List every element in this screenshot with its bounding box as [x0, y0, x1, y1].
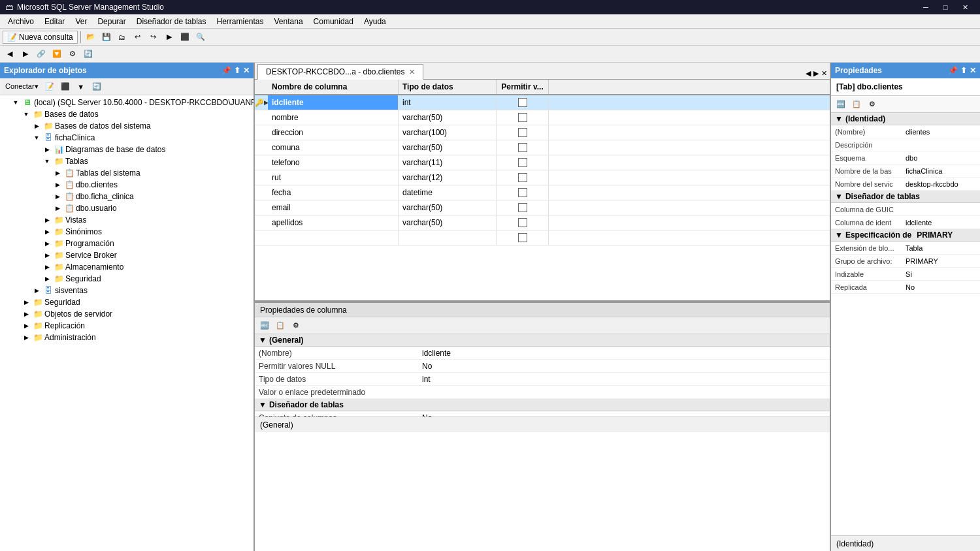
- menu-disenador[interactable]: Diseñador de tablas: [131, 16, 212, 27]
- close-explorer-icon[interactable]: ✕: [243, 66, 250, 75]
- tab-close-button[interactable]: ✕: [409, 68, 415, 76]
- table-designer-tab[interactable]: DESKTOP-RKCCBDO...a - dbo.clientes ✕: [257, 64, 423, 80]
- checkbox-nombre[interactable]: [518, 113, 527, 122]
- properties-button[interactable]: ⚙: [65, 47, 80, 61]
- grid-row-comuna[interactable]: comuna varchar(50): [255, 140, 830, 155]
- stop-icon[interactable]: ⬛: [58, 80, 73, 94]
- cell-comuna-null[interactable]: [497, 140, 549, 155]
- cell-telefono-null[interactable]: [497, 155, 549, 170]
- prop-section-disenador-header[interactable]: ▼ Diseñador de tablas: [255, 399, 830, 411]
- cell-rut-type[interactable]: varchar(12): [399, 170, 497, 185]
- refresh-button[interactable]: 🔄: [81, 47, 95, 61]
- tree-programacion[interactable]: ▶ 📁 Programación: [0, 238, 253, 249]
- props-icon[interactable]: ⚙: [289, 319, 303, 333]
- tree-replicacion[interactable]: ▶ 📁 Replicación: [0, 320, 253, 332]
- maximize-button[interactable]: □: [936, 0, 955, 14]
- tree-vistas[interactable]: ▶ 📁 Vistas: [0, 214, 253, 226]
- tree-tablas[interactable]: ▼ 📁 Tablas: [0, 155, 253, 167]
- cell-idcliente-type[interactable]: int: [399, 95, 497, 110]
- cell-idcliente-null[interactable]: [497, 95, 549, 110]
- tree-seguridad-db[interactable]: ▶ 📁 Seguridad: [0, 273, 253, 285]
- menu-ayuda[interactable]: Ayuda: [359, 16, 391, 27]
- float-props-icon[interactable]: ⬆: [960, 66, 967, 75]
- cell-email-type[interactable]: varchar(50): [399, 200, 497, 215]
- sort-cat-icon[interactable]: 📋: [273, 319, 287, 333]
- filter-icon[interactable]: ▼: [74, 80, 88, 94]
- pin-icon[interactable]: 📌: [221, 66, 231, 75]
- cell-apellidos-type[interactable]: varchar(50): [399, 215, 497, 230]
- tree-dbo-clientes[interactable]: ▶ 📋 dbo.clientes: [0, 179, 253, 191]
- grid-row-apellidos[interactable]: apellidos varchar(50): [255, 215, 830, 230]
- tab-nav-right[interactable]: ▶: [813, 69, 819, 78]
- checkbox-email[interactable]: [518, 203, 527, 212]
- tree-almacenamiento[interactable]: ▶ 📁 Almacenamiento: [0, 261, 253, 273]
- cell-nombre-type[interactable]: varchar(50): [399, 110, 497, 125]
- menu-archivo[interactable]: Archivo: [3, 16, 39, 27]
- tree-dbo-usuario[interactable]: ▶ 📋 dbo.usuario: [0, 202, 253, 214]
- menu-comunidad[interactable]: Comunidad: [308, 16, 359, 27]
- pin-props-icon[interactable]: 📌: [948, 66, 958, 75]
- checkbox-comuna[interactable]: [518, 143, 527, 152]
- tree-administracion[interactable]: ▶ 📁 Administración: [0, 332, 253, 343]
- menu-herramientas[interactable]: Herramientas: [211, 16, 269, 27]
- props-identidad-header[interactable]: ▼ (Identidad): [831, 113, 980, 125]
- filter-button[interactable]: 🔽: [50, 47, 64, 61]
- tree-diagramas[interactable]: ▶ 📊 Diagramas de base de datos: [0, 144, 253, 155]
- sort-alpha-icon[interactable]: 🔤: [257, 319, 272, 333]
- cell-direccion-null[interactable]: [497, 125, 549, 140]
- grid-row-rut[interactable]: rut varchar(12): [255, 170, 830, 185]
- save-all-button[interactable]: 🗂: [115, 30, 129, 44]
- float-icon[interactable]: ⬆: [234, 66, 240, 75]
- sort-alpha-props-icon[interactable]: 🔤: [834, 97, 848, 112]
- cell-rut-name[interactable]: rut: [268, 170, 399, 185]
- props-disenador-header[interactable]: ▼ Diseñador de tablas: [831, 191, 980, 203]
- tree-service-broker[interactable]: ▶ 📁 Service Broker: [0, 249, 253, 261]
- tree-system-dbs[interactable]: ▶ 📁 Bases de datos del sistema: [0, 120, 253, 132]
- connect-button[interactable]: Conectar▾: [3, 80, 41, 94]
- menu-editar[interactable]: Editar: [39, 16, 70, 27]
- close-content-icon[interactable]: ✕: [821, 69, 827, 78]
- menu-ventana[interactable]: Ventana: [269, 16, 308, 27]
- cell-apellidos-null[interactable]: [497, 215, 549, 230]
- tree-fichaclinica[interactable]: ▼ 🗄 fichaClinica: [0, 132, 253, 144]
- cell-nombre-null[interactable]: [497, 110, 549, 125]
- grid-row-idcliente[interactable]: 🔑 ▶ idcliente int: [255, 95, 830, 110]
- cell-fecha-type[interactable]: datetime: [399, 185, 497, 200]
- cell-empty-name[interactable]: [268, 230, 399, 245]
- cell-fecha-null[interactable]: [497, 185, 549, 200]
- grid-row-direccion[interactable]: direccion varchar(100): [255, 125, 830, 140]
- checkbox-apellidos[interactable]: [518, 218, 527, 227]
- new-query-icon[interactable]: 📝: [42, 80, 57, 94]
- cell-empty-null[interactable]: [497, 230, 549, 245]
- close-button[interactable]: ✕: [955, 0, 975, 14]
- cell-direccion-type[interactable]: varchar(100): [399, 125, 497, 140]
- redo-button[interactable]: ↪: [146, 30, 161, 44]
- checkbox-fecha[interactable]: [518, 188, 527, 197]
- grid-row-email[interactable]: email varchar(50): [255, 200, 830, 215]
- cell-telefono-type[interactable]: varchar(11): [399, 155, 497, 170]
- tree-sinonimos[interactable]: ▶ 📁 Sinónimos: [0, 226, 253, 238]
- cell-email-name[interactable]: email: [268, 200, 399, 215]
- stop-button[interactable]: ⬛: [178, 30, 192, 44]
- checkbox-direccion[interactable]: [518, 128, 527, 137]
- menu-ver[interactable]: Ver: [70, 16, 92, 27]
- props-settings-icon[interactable]: ⚙: [865, 97, 879, 112]
- tree-sisventas[interactable]: ▶ 🗄 sisventas: [0, 285, 253, 296]
- debug-button[interactable]: 🔍: [193, 30, 208, 44]
- close-props-icon[interactable]: ✕: [970, 66, 976, 75]
- menu-depurar[interactable]: Depurar: [92, 16, 131, 27]
- cell-direccion-name[interactable]: direccion: [268, 125, 399, 140]
- cell-rut-null[interactable]: [497, 170, 549, 185]
- checkbox-idcliente[interactable]: [518, 98, 527, 107]
- checkbox-telefono[interactable]: [518, 158, 527, 167]
- props-especificacion-header[interactable]: ▼ Especificación de PRIMARY: [831, 229, 980, 242]
- sort-cat-props-icon[interactable]: 📋: [849, 97, 864, 112]
- forward-button[interactable]: ▶: [18, 47, 33, 61]
- cell-comuna-name[interactable]: comuna: [268, 140, 399, 155]
- tab-nav-left[interactable]: ◀: [806, 69, 811, 78]
- open-button[interactable]: 📂: [84, 30, 98, 44]
- tree-objetos-servidor[interactable]: ▶ 📁 Objetos de servidor: [0, 308, 253, 320]
- execute-button[interactable]: ▶: [162, 30, 176, 44]
- cell-fecha-name[interactable]: fecha: [268, 185, 399, 200]
- undo-button[interactable]: ↩: [131, 30, 145, 44]
